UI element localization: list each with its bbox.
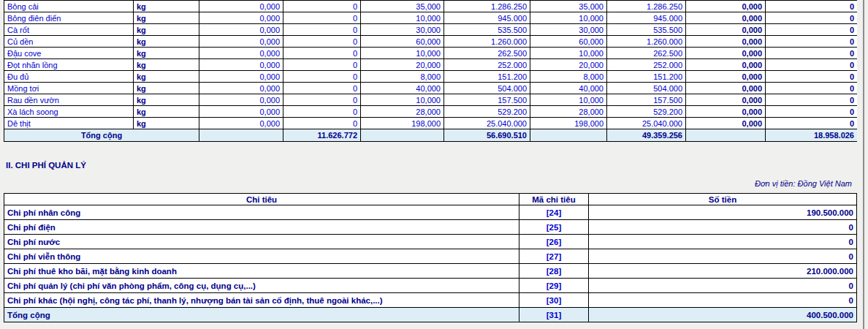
inventory-row-unit: kg [134, 1, 199, 12]
inventory-row-amt-out: 262.500 [607, 48, 686, 59]
inventory-row: Bông cảikg0,000035,0001.286.25035,0001.2… [4, 1, 858, 12]
expense-header-amount: Số tiền [589, 194, 857, 205]
inventory-row-qty-close: 0,000 [686, 12, 766, 24]
expense-row-amount: 0 [589, 293, 857, 308]
inventory-row-amt-open: 0 [283, 118, 361, 129]
expense-row: Chi phí quản lý (chi phí văn phòng phẩm,… [4, 279, 857, 293]
expense-row-code: [25] [519, 220, 589, 235]
inventory-row-qty-close: 0,000 [686, 106, 766, 118]
inventory-row-amt-open: 0 [283, 83, 361, 94]
inventory-row-qty-close: 0,000 [686, 83, 766, 94]
inventory-row-amt-in: 262.500 [444, 48, 530, 59]
expense-total-amount: 400.500.000 [589, 308, 857, 322]
expense-total-row: Tổng cộng [31] 400.500.000 [4, 308, 857, 322]
expense-total-code: [31] [519, 308, 589, 322]
expense-row-amount: 0 [589, 279, 857, 293]
report-viewport: Bông cảikg0,000035,0001.286.25035,0001.2… [0, 0, 868, 329]
inventory-row-unit: kg [134, 24, 199, 36]
inventory-row: Củ dềnkg0,000060,0001.260.00060,0001.260… [4, 36, 858, 48]
inventory-row-qty-open: 0,000 [199, 59, 283, 71]
inventory-total-label: Tổng cộng [4, 129, 199, 142]
inventory-row-qty-open: 0,000 [199, 94, 283, 106]
inventory-row-amt-out: 945.000 [607, 12, 686, 24]
inventory-row-qty-in: 8,000 [361, 71, 444, 83]
inventory-row: Mồng tơikg0,000040,000504.00040,000504.0… [4, 83, 858, 94]
inventory-row-amt-open: 0 [283, 24, 361, 36]
inventory-row-name: Đọt nhãn lồng [4, 59, 134, 71]
inventory-row: Xà lách soongkg0,000028,000529.20028,000… [4, 106, 858, 118]
inventory-row-qty-out: 10,000 [530, 12, 607, 24]
inventory-row-amt-open: 0 [283, 94, 361, 106]
inventory-row-name: Mồng tơi [4, 83, 134, 94]
inventory-row-qty-in: 60,000 [361, 36, 444, 48]
inventory-row-qty-close: 0,000 [686, 1, 766, 12]
inventory-total-amt-in: 56.690.510 [444, 129, 530, 142]
inventory-row-qty-close: 0,000 [686, 71, 766, 83]
expense-row: Chi phí viễn thông[27]0 [4, 249, 857, 264]
inventory-row-name: Đậu cove [4, 48, 134, 59]
inventory-row: Đọt nhãn lồngkg0,000020,000252.00020,000… [4, 59, 858, 71]
expense-total-label: Tổng cộng [4, 308, 519, 322]
inventory-row-unit: kg [134, 71, 199, 83]
expense-row-item: Chi phí quản lý (chi phí văn phòng phẩm,… [4, 279, 519, 293]
inventory-row-qty-out: 20,000 [530, 59, 607, 71]
inventory-row-qty-in: 30,000 [361, 24, 444, 36]
inventory-row-amt-in: 529.200 [444, 106, 530, 118]
inventory-total-empty-cell [686, 129, 766, 142]
inventory-row: Cà rốtkg0,000030,000535.50030,000535.500… [4, 24, 858, 36]
inventory-row-amt-open: 0 [283, 106, 361, 118]
inventory-row-qty-out: 8,000 [530, 71, 607, 83]
inventory-row-amt-in: 1.286.250 [444, 1, 530, 12]
expense-row-amount: 190.500.000 [589, 205, 857, 220]
inventory-row-amt-open: 0 [283, 1, 361, 12]
inventory-total-empty-cell [361, 129, 444, 142]
inventory-row-amt-open: 0 [283, 12, 361, 24]
inventory-row-amt-out: 535.500 [607, 24, 686, 36]
inventory-row-amt-out: 504.000 [607, 83, 686, 94]
expense-row-amount: 0 [589, 249, 857, 264]
inventory-total-amt-close: 18.958.026 [766, 129, 858, 142]
inventory-row: Bông điên điểnkg0,000010,000945.00010,00… [4, 12, 858, 24]
expense-row-item: Chi phí viễn thông [4, 249, 519, 264]
panel-edge-line [863, 0, 864, 329]
inventory-row-qty-in: 28,000 [361, 106, 444, 118]
inventory-row: Đu đủkg0,00008,000151.2008,000151.2000,0… [4, 71, 858, 83]
inventory-row-qty-open: 0,000 [199, 12, 283, 24]
inventory-row-amt-out: 151.200 [607, 71, 686, 83]
expense-row: Chi phí nước[26]0 [4, 235, 857, 249]
inventory-row-name: Dê thịt [4, 118, 134, 129]
inventory-total-row: Tổng cộng 11.626.772 56.690.510 49.359.2… [4, 129, 858, 142]
inventory-row-qty-in: 10,000 [361, 12, 444, 24]
inventory-row-amt-out: 529.200 [607, 106, 686, 118]
inventory-row-amt-out: 157.500 [607, 94, 686, 106]
inventory-row-qty-close: 0,000 [686, 48, 766, 59]
expense-row-amount: 210.000.000 [589, 264, 857, 279]
inventory-row-qty-out: 10,000 [530, 48, 607, 59]
inventory-row: Dê thịtkg0,0000198,00025.040.000198,0002… [4, 118, 858, 129]
inventory-row-qty-out: 28,000 [530, 106, 607, 118]
inventory-row-qty-close: 0,000 [686, 59, 766, 71]
inventory-total-amt-open: 11.626.772 [283, 129, 361, 142]
inventory-row-qty-in: 20,000 [361, 59, 444, 71]
inventory-row-amt-close: 0 [766, 118, 858, 129]
expense-row-amount: 0 [589, 220, 857, 235]
inventory-row-amt-in: 252.000 [444, 59, 530, 71]
inventory-row-qty-out: 35,000 [530, 1, 607, 12]
inventory-row-name: Củ dền [4, 36, 134, 48]
expense-table-body: Chi phí nhân công[24]190.500.000Chi phí … [4, 205, 857, 308]
inventory-row-amt-open: 0 [283, 59, 361, 71]
expense-table-header: Chi tiêu Mã chi tiêu Số tiền [4, 194, 857, 205]
inventory-total-empty-cell [199, 129, 283, 142]
inventory-row-amt-out: 1.260.000 [607, 36, 686, 48]
inventory-row-amt-close: 0 [766, 94, 858, 106]
inventory-row-qty-close: 0,000 [686, 118, 766, 129]
expense-header-item: Chi tiêu [4, 194, 519, 205]
expense-row-code: [24] [519, 205, 589, 220]
expense-row-code: [30] [519, 293, 589, 308]
inventory-row-amt-in: 151.200 [444, 71, 530, 83]
inventory-row-unit: kg [134, 36, 199, 48]
inventory-row-unit: kg [134, 94, 199, 106]
inventory-row-unit: kg [134, 106, 199, 118]
expense-table: Chi tiêu Mã chi tiêu Số tiền Chi phí nhâ… [4, 193, 857, 322]
expense-row-code: [29] [519, 279, 589, 293]
